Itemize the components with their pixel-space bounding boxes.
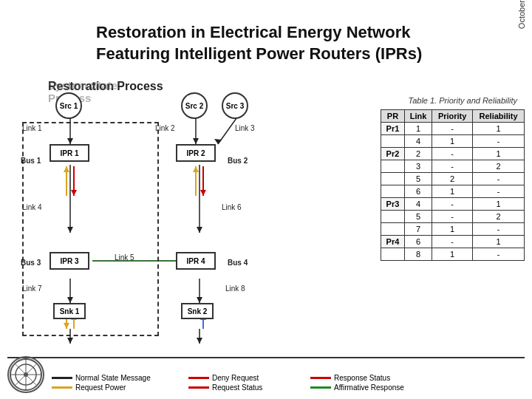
bus2-label: Bus 2 — [228, 157, 248, 165]
deny-request-line — [188, 377, 209, 379]
legend-deny-request: Deny Request — [188, 374, 310, 382]
table-row: 41- — [381, 135, 525, 148]
request-status-line — [188, 386, 209, 389]
table-row: Pr11-1 — [381, 123, 525, 135]
dashed-bus-box — [22, 122, 159, 336]
table-row: 81- — [381, 248, 525, 261]
link3-label: Link 3 — [235, 124, 255, 132]
svg-marker-3 — [193, 138, 199, 144]
col-pr: PR — [381, 110, 405, 123]
ipr4-box: IPR 4 — [176, 252, 216, 270]
legend-response-status: Response Status — [310, 374, 447, 382]
ipr2-box: IPR 2 — [176, 144, 216, 162]
table-row: 52- — [381, 173, 525, 185]
table-row: Pr46-1 — [381, 236, 525, 248]
response-status-line — [310, 377, 331, 379]
svg-marker-36 — [197, 297, 202, 303]
logo — [7, 356, 44, 393]
svg-marker-40 — [197, 338, 202, 344]
priority-table: PR Link Priority Reliability Pr11-141-Pr… — [381, 109, 525, 261]
table-row: Pr22-1 — [381, 148, 525, 160]
network-area: Src 1 Src 2 Src 3 IPR 1 IPR 2 IPR 3 IPR … — [7, 78, 377, 366]
bottom-separator — [7, 357, 525, 358]
table-caption: Table 1. Priority and Reliability — [408, 96, 517, 105]
normal-state-line — [52, 377, 72, 379]
table-row: 61- — [381, 185, 525, 198]
snk2-box: Snk 2 — [181, 303, 214, 319]
link1-label: Link 1 — [22, 124, 42, 132]
col-priority: Priority — [432, 110, 473, 123]
svg-marker-14 — [197, 227, 202, 233]
legend: Normal State Message Deny Request Respon… — [52, 374, 525, 392]
link6-label: Link 6 — [222, 203, 242, 211]
link4-label: Link 4 — [22, 203, 42, 211]
svg-marker-18 — [200, 190, 206, 196]
legend-request-status: Request Status — [188, 383, 310, 392]
legend-normal-state: Normal State Message — [52, 374, 188, 382]
svg-marker-5 — [214, 139, 222, 144]
affirmative-response-line — [310, 386, 331, 389]
ipr1-box: IPR 1 — [50, 144, 89, 162]
link7-label: Link 7 — [22, 284, 42, 293]
src3-node: Src 3 — [222, 92, 248, 119]
link8-label: Link 8 — [225, 284, 245, 293]
link2-label: Link 2 — [155, 124, 175, 132]
src1-node: Src 1 — [55, 92, 82, 119]
src2-node: Src 2 — [181, 92, 208, 119]
legend-affirmative-response: Affirmative Response — [310, 383, 447, 392]
svg-point-48 — [24, 372, 28, 377]
col-link: Link — [404, 110, 432, 123]
svg-line-4 — [218, 118, 236, 144]
october-label: October — [517, 0, 526, 29]
bus4-label: Bus 4 — [228, 259, 248, 267]
svg-marker-16 — [193, 166, 199, 172]
bus1-label: Bus 1 — [21, 157, 41, 165]
main-title: Restoration in Electrical Energy Network… — [96, 22, 517, 64]
table-row: 3-2 — [381, 160, 525, 173]
table-row: 5-2 — [381, 211, 525, 223]
table-row: 71- — [381, 223, 525, 236]
legend-request-power: Request Power — [52, 383, 188, 392]
request-power-line — [52, 386, 72, 389]
bus3-label: Bus 3 — [21, 259, 41, 267]
svg-marker-34 — [67, 338, 73, 344]
link5-label: Link 5 — [115, 253, 134, 262]
table-row: Pr34-1 — [381, 198, 525, 211]
snk1-box: Snk 1 — [53, 303, 86, 319]
col-reliability: Reliability — [473, 110, 525, 123]
ipr3-box: IPR 3 — [50, 252, 89, 270]
